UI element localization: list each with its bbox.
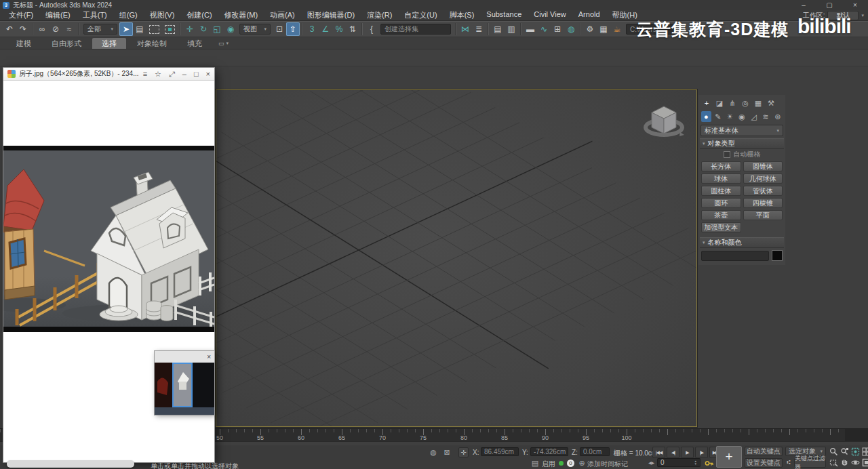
set-key-button[interactable]: 设置关键点 (745, 458, 783, 468)
modify-tab[interactable]: ◪ (714, 98, 725, 108)
select-and-link-icon[interactable]: ∞ (35, 22, 49, 36)
select-and-manipulate-icon[interactable]: ⇧ (286, 22, 300, 36)
menu-item-11[interactable]: 自定义(U) (398, 10, 443, 20)
tab-5[interactable]: 填充 (178, 38, 212, 49)
angle-snap-icon[interactable]: ∠ (319, 22, 332, 36)
current-frame-field[interactable]: 0 ▲▼ (657, 458, 701, 467)
cameras-category[interactable]: ◉ (737, 111, 747, 122)
use-pivot-center-icon[interactable]: ⊡ (273, 22, 286, 36)
render-production-icon[interactable]: ☕ (610, 22, 624, 36)
material-editor-icon[interactable]: ◍ (564, 22, 578, 36)
restore-button[interactable]: ▢ (816, 0, 842, 10)
workspace-value[interactable]: 默认 (827, 11, 859, 20)
add-time-tag-icon[interactable]: ⊕ (577, 458, 587, 468)
viewer-close-icon[interactable]: × (206, 70, 210, 79)
menu-item-5[interactable]: 视图(V) (144, 10, 181, 20)
menu-item-7[interactable]: 修改器(M) (218, 10, 264, 20)
schematic-view-icon[interactable]: ⊞ (551, 22, 564, 36)
pan-hand-icon[interactable] (840, 457, 850, 468)
percent-snap-icon[interactable]: % (332, 22, 346, 36)
render-setup-icon[interactable]: ⚙ (583, 22, 597, 36)
zoom-icon[interactable] (829, 447, 839, 457)
key-filters-icon[interactable]: ⑆ (784, 457, 793, 467)
zoom-extents-all-icon[interactable] (861, 447, 868, 457)
object-button-11[interactable]: 加强型文本 (701, 222, 741, 232)
z-coordinate-field[interactable]: 0.0cm (580, 447, 610, 456)
motion-tab[interactable]: ◎ (740, 98, 751, 108)
object-button-5[interactable]: 圆柱体 (701, 186, 741, 196)
snap-toggle-3d-icon[interactable]: 3 (305, 22, 319, 36)
go-to-start-button[interactable]: |◀◀ (652, 447, 665, 458)
zoom-all-icon[interactable] (840, 447, 850, 457)
object-name-field[interactable] (701, 251, 769, 261)
key-filters-button[interactable]: 关键点过滤器 (794, 458, 826, 468)
menu-item-13[interactable]: Substance (480, 10, 528, 20)
curve-editor-icon[interactable]: ∿ (537, 22, 551, 36)
thumbnail-item[interactable] (193, 363, 214, 407)
project-path-field[interactable]: C:\Users\... (626, 24, 686, 35)
undo-icon[interactable]: ↶ (3, 22, 16, 36)
add-time-tag-label[interactable]: 添加时间标记 (587, 460, 628, 469)
align-icon[interactable]: ≣ (472, 22, 486, 36)
display-tab[interactable]: ▦ (753, 98, 764, 108)
menu-item-12[interactable]: 脚本(S) (443, 10, 481, 20)
select-and-rotate-icon[interactable]: ↻ (197, 22, 210, 36)
image-viewer-window[interactable]: 房子.jpg（564×265像素, 52KB）- 234... ≡☆⤢–□× (3, 68, 214, 462)
object-button-8[interactable]: 四棱锥 (743, 198, 783, 208)
menu-item-8[interactable]: 动画(A) (264, 10, 301, 20)
previous-frame-button[interactable]: ◀| (667, 447, 679, 458)
thumbnail-item-selected[interactable] (172, 363, 193, 407)
utilities-tab[interactable]: ⚒ (766, 98, 776, 108)
orbit-icon[interactable] (850, 457, 861, 468)
create-tab[interactable]: + (701, 98, 712, 108)
menu-item-1[interactable]: 文件(F) (3, 10, 39, 20)
tab-2[interactable]: 自由形式 (42, 38, 91, 49)
helpers-category[interactable]: ◿ (749, 111, 759, 122)
primitive-category-dropdown[interactable]: 标准基本体 ▾ (701, 125, 783, 136)
perspective-viewport[interactable] (216, 89, 697, 427)
layer-explorer-icon[interactable]: ▥ (505, 22, 518, 36)
systems-category[interactable]: ⊛ (772, 111, 783, 122)
viewer-fullscreen-icon[interactable]: ⤢ (169, 70, 175, 79)
tab-4[interactable]: 对象绘制 (127, 38, 176, 49)
zoom-region-icon[interactable] (829, 457, 839, 468)
isolate-selection-icon[interactable]: ◍ (429, 447, 438, 457)
menu-item-9[interactable]: 图形编辑器(D) (301, 10, 361, 20)
bind-to-space-warp-icon[interactable]: ≈ (62, 22, 76, 36)
object-button-1[interactable]: 长方体 (701, 161, 741, 171)
reference-coordinate-dropdown[interactable]: 视图▾ (239, 24, 271, 35)
y-coordinate-field[interactable]: -74.326cm (530, 447, 568, 456)
object-button-4[interactable]: 几何球体 (743, 174, 783, 184)
auto-key-button[interactable]: 自动关键点 (745, 447, 783, 456)
maximize-viewport-icon[interactable] (861, 457, 868, 468)
viewer-minimize-icon[interactable]: – (182, 70, 186, 79)
frame-step-icon[interactable]: ◀▶ (648, 460, 654, 465)
tab-3[interactable]: 选择 (92, 38, 126, 49)
menu-item-15[interactable]: Arnold (572, 10, 606, 20)
key-mode-icon[interactable] (705, 459, 713, 468)
thumbnail-close-icon[interactable]: × (207, 353, 211, 361)
close-button[interactable]: × (842, 0, 868, 10)
object-type-rollout-header[interactable]: ▾ 对象类型 (700, 138, 784, 149)
menu-item-16[interactable]: 帮助(H) (606, 10, 644, 20)
menu-item-3[interactable]: 工具(T) (77, 10, 113, 20)
workspace-selector[interactable]: 工作区: 默认 ▾ (803, 11, 868, 20)
scene-explorer-icon[interactable]: ▤ (491, 22, 505, 36)
menu-item-4[interactable]: 组(G) (113, 10, 144, 20)
autogrid-checkbox[interactable] (724, 151, 730, 158)
thumbnail-strip-window[interactable]: × (155, 351, 214, 415)
object-button-6[interactable]: 管状体 (743, 186, 783, 196)
image-viewer-titlebar[interactable]: 房子.jpg（564×265像素, 52KB）- 234... ≡☆⤢–□× (3, 68, 214, 81)
object-color-swatch[interactable] (772, 250, 783, 261)
next-frame-button[interactable]: |▶ (695, 447, 708, 458)
spacewarps-category[interactable]: ≋ (761, 111, 771, 122)
absolute-mode-icon[interactable]: ✛ (458, 447, 469, 457)
lock-selection-icon[interactable]: ⊠ (442, 447, 452, 457)
object-button-9[interactable]: 茶壶 (701, 210, 741, 220)
tab-1[interactable]: 建模 (7, 38, 41, 49)
select-object-icon[interactable]: ➤ (119, 22, 133, 36)
named-selection-field[interactable]: 创建选择集 (380, 24, 451, 35)
object-button-7[interactable]: 圆环 (701, 198, 741, 208)
redo-icon[interactable]: ↷ (16, 22, 30, 36)
unlink-selection-icon[interactable]: ⊘ (49, 22, 62, 36)
